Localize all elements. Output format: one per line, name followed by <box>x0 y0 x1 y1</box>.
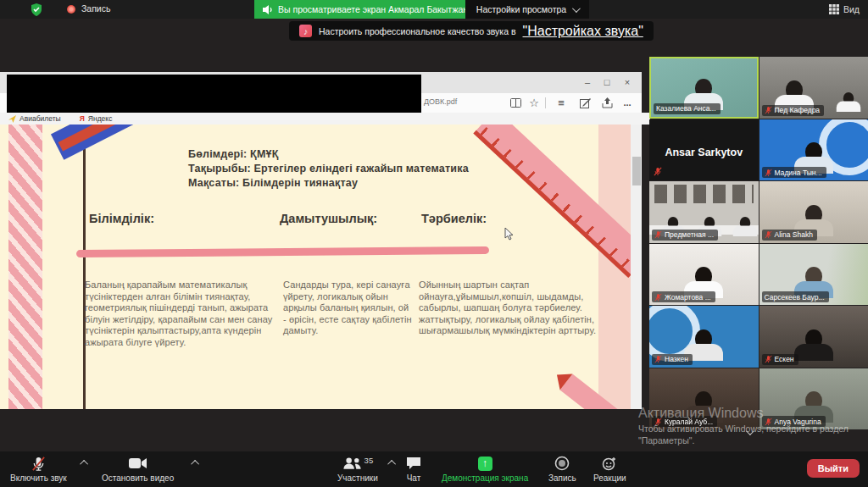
participant-tile[interactable]: Alina Shakh <box>760 181 868 243</box>
mouse-cursor <box>504 228 515 241</box>
participants-label: Участники <box>337 473 378 483</box>
favorites-star-icon[interactable]: ☆ <box>526 95 542 110</box>
participant-name-label: Ескен <box>762 354 798 365</box>
muted-mic-icon <box>765 355 772 363</box>
muted-mic-icon <box>654 230 662 239</box>
presentation-slide: Бөлімдері: ҚМҰҚ Тақырыбы: Ертегілер елін… <box>0 125 631 409</box>
participants-button[interactable]: 35 Участники <box>337 455 378 483</box>
hub-icon[interactable]: ≡ <box>553 95 570 110</box>
slide-meta-line: Бөлімдері: ҚМҰҚ <box>188 147 469 162</box>
participants-count: 35 <box>364 456 374 465</box>
column-body: Сандарды тура, кері санауға үйрету, логи… <box>283 279 412 337</box>
participant-name-centered: Ansar Sarkytov <box>649 147 759 158</box>
view-button[interactable]: Вид <box>826 0 863 19</box>
record-icon <box>554 456 570 471</box>
share-screen-label: Демонстрация экрана <box>442 473 528 483</box>
muted-mic-icon <box>31 456 47 472</box>
meeting-toolbar: Включить звук Остановить видео 35 Участн… <box>0 451 868 487</box>
encryption-shield-icon <box>31 3 42 16</box>
music-note-icon: ♪ <box>299 25 312 37</box>
participant-tile[interactable]: Сарсекеев Баур... <box>760 244 868 306</box>
stop-video-button[interactable]: Остановить видео <box>102 455 174 483</box>
recording-label: Запись <box>81 3 110 14</box>
notification-text: Настроить профессиональное качество звук… <box>319 26 516 36</box>
yandex-icon: Я <box>80 114 85 123</box>
toolbar-divider <box>545 97 546 108</box>
browser-scrollbar[interactable] <box>631 125 642 409</box>
scrollbar-thumb[interactable] <box>632 157 641 185</box>
chat-button[interactable]: Чат <box>406 455 421 483</box>
stop-video-label: Остановить видео <box>102 473 174 483</box>
participant-tile[interactable]: Anya Vagurina <box>760 368 868 430</box>
view-settings-label: Настройки просмотра <box>476 4 566 14</box>
url-text[interactable]: ДОВК.pdf <box>424 97 457 106</box>
reactions-button[interactable]: Реакции <box>593 455 626 483</box>
shared-screen: – □ × ДОВК.pdf ☆ ≡ ... Авиабилеты <box>0 72 642 409</box>
reading-view-icon[interactable] <box>507 95 524 110</box>
zoom-meeting-window: Запись Вы просматриваете экран Акмарал Б… <box>0 0 868 487</box>
audio-quality-notification: ♪ Настроить профессиональное качество зв… <box>289 21 654 41</box>
record-button[interactable]: Запись <box>548 455 576 483</box>
maximize-button[interactable]: □ <box>599 75 615 90</box>
muted-mic-icon <box>765 418 772 426</box>
participant-name-label: Anya Vagurina <box>762 416 826 427</box>
more-options-icon[interactable]: ... <box>619 95 636 110</box>
audio-options-chevron-icon[interactable] <box>80 460 88 468</box>
bookmark-label: Авиабилеты <box>19 114 61 123</box>
participant-name-label: Назкен <box>652 354 693 365</box>
slide-meta-block: Бөлімдері: ҚМҰҚ Тақырыбы: Ертегілер елін… <box>188 147 469 191</box>
participant-tile[interactable]: Ескен <box>760 306 868 368</box>
sound-settings-link[interactable]: "Настройках звука" <box>523 24 643 39</box>
share-screen-button[interactable]: ↑ Демонстрация экрана <box>442 455 528 483</box>
bookmark-yandex[interactable]: Я Яндекс <box>80 114 113 123</box>
grid-view-icon <box>829 4 839 14</box>
participant-tile[interactable]: Пед Кафедра <box>760 57 868 119</box>
web-note-icon[interactable] <box>576 95 593 110</box>
participant-tile[interactable]: Мадина Тын... <box>760 119 868 181</box>
participant-name-label: Сарсекеев Баур... <box>762 291 829 302</box>
participant-name-label: Куралай Ауб... <box>652 416 717 427</box>
smiley-reactions-icon <box>602 456 617 471</box>
participant-tile[interactable]: Предметная ... <box>649 181 759 243</box>
wall-frames-decoration <box>654 185 754 203</box>
recording-indicator-icon <box>67 5 75 14</box>
muted-mic-icon <box>654 418 662 426</box>
speaker-icon <box>263 5 273 14</box>
participant-tile[interactable]: Куралай Ауб... <box>649 368 759 430</box>
leave-meeting-button[interactable]: Выйти <box>807 459 860 478</box>
participant-tile[interactable]: Назкен <box>649 306 759 368</box>
bookmark-aviabilety[interactable]: Авиабилеты <box>8 114 61 123</box>
muted-mic-icon <box>765 230 772 239</box>
participant-name-label: Казалиева Анса... <box>654 103 721 114</box>
video-options-chevron-icon[interactable] <box>191 460 199 468</box>
muted-mic-icon <box>654 293 662 302</box>
column-title: Дамытушылық: <box>280 212 377 225</box>
view-settings-dropdown[interactable]: Настройки просмотра <box>465 0 589 19</box>
share-screen-icon: ↑ <box>478 457 492 471</box>
viewing-screen-banner: Вы просматриваете экран Акмарал Бакытжан… <box>254 0 496 19</box>
chevron-down-icon <box>572 4 581 13</box>
censored-region <box>7 75 421 113</box>
camera-icon <box>129 457 147 469</box>
participant-name-label: Пед Кафедра <box>762 105 825 116</box>
column-title: Білімділік: <box>89 212 154 225</box>
participant-name-label: Жомартова ... <box>652 291 715 302</box>
participant-tile[interactable]: Жомартова ... <box>649 244 759 306</box>
muted-mic-icon <box>765 169 772 177</box>
participant-tile-active-speaker[interactable]: Казалиева Анса... <box>649 57 759 119</box>
reactions-label: Реакции <box>593 473 626 483</box>
participant-tile-video-off[interactable]: Ansar Sarkytov <box>649 119 759 181</box>
view-button-label: Вид <box>843 4 860 14</box>
close-button[interactable]: × <box>620 75 635 90</box>
muted-mic-icon <box>654 167 662 176</box>
airline-icon <box>8 115 16 123</box>
column-body: Ойынның шартын сақтап ойнауға,ұйымшыл,кө… <box>419 279 598 337</box>
share-page-icon[interactable] <box>598 95 615 110</box>
slide-meta-line: Тақырыбы: Ертегілер еліндегі ғажайып мат… <box>188 162 469 176</box>
participants-icon <box>342 457 362 470</box>
participants-options-chevron-icon[interactable] <box>387 460 396 468</box>
unmute-button[interactable]: Включить звук <box>10 455 67 483</box>
chat-label: Чат <box>407 473 421 483</box>
minimize-button[interactable]: – <box>580 75 595 90</box>
chat-bubble-icon <box>406 457 421 470</box>
